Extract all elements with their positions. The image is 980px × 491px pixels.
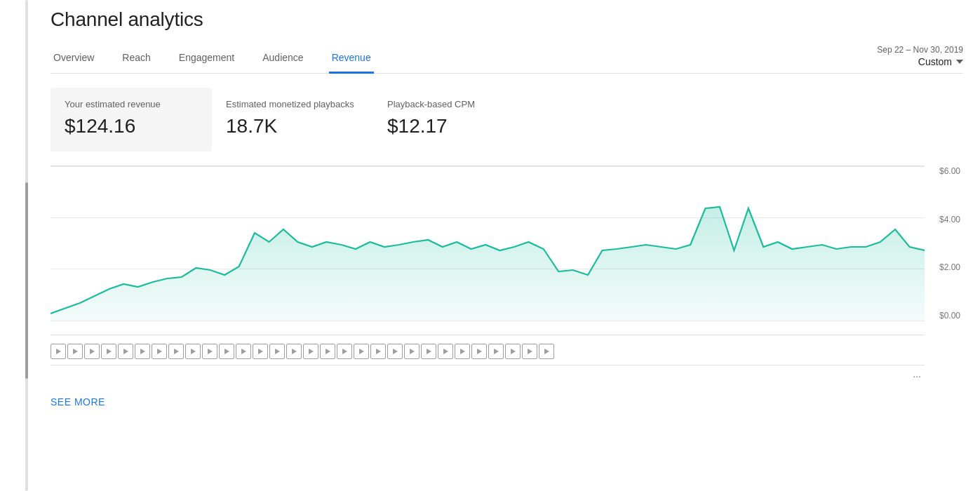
stat-label-cpm: Playback-based CPM [387,99,521,109]
svg-marker-24 [460,349,465,354]
stat-value-cpm: $12.17 [387,115,521,137]
video-play-icon[interactable] [236,344,251,359]
stat-card-playbacks: Estimated monetized playbacks 18.7K [212,88,373,152]
video-play-icon[interactable] [152,344,167,359]
ellipsis-row: ... [51,368,921,379]
date-range-selector[interactable]: Sep 22 – Nov 30, 2019 Custom [877,45,963,73]
main-content: Channel analytics Overview Reach Engagem… [34,0,980,491]
chart-bottom-line [51,335,925,335]
y-label-4: $4.00 [928,215,963,224]
video-play-icon[interactable] [438,344,453,359]
sidebar-scroll [0,0,34,491]
svg-marker-28 [528,349,532,354]
svg-marker-2 [90,349,95,354]
svg-marker-13 [275,349,280,354]
tab-audience[interactable]: Audience [260,46,306,74]
svg-marker-27 [511,349,516,354]
svg-marker-19 [376,349,381,354]
video-play-icon[interactable] [286,344,302,359]
svg-marker-10 [224,349,229,354]
chart-bottom-line-2 [51,365,925,365]
video-play-icon[interactable] [455,344,470,359]
stats-row: Your estimated revenue $124.16 Estimated… [51,88,963,152]
video-play-icon[interactable] [370,344,386,359]
date-range-value: Custom [918,56,963,67]
svg-marker-1 [73,349,78,354]
tab-engagement[interactable]: Engagement [176,46,237,74]
stat-card-revenue: Your estimated revenue $124.16 [51,88,212,152]
svg-marker-16 [325,349,330,354]
chart-area: $6.00 $4.00 $2.00 $0.00 [51,166,963,335]
stat-label-playbacks: Estimated monetized playbacks [226,99,359,109]
tab-revenue[interactable]: Revenue [329,46,374,74]
video-play-icon[interactable] [101,344,116,359]
video-play-icon[interactable] [471,344,487,359]
stat-label-revenue: Your estimated revenue [65,99,198,109]
video-icons-row [51,338,925,365]
svg-marker-14 [292,349,297,354]
video-play-icon[interactable] [505,344,521,359]
page-title: Channel analytics [51,8,963,31]
chart-svg [51,166,925,321]
svg-marker-11 [241,349,246,354]
stat-value-revenue: $124.16 [65,115,198,137]
svg-marker-26 [494,349,499,354]
video-play-icon[interactable] [269,344,285,359]
svg-marker-23 [443,349,448,354]
video-play-icon[interactable] [135,344,150,359]
video-play-icon[interactable] [118,344,133,359]
chevron-down-icon [956,60,963,64]
svg-marker-29 [544,349,549,354]
svg-marker-22 [427,349,431,354]
svg-marker-25 [477,349,482,354]
video-play-icon[interactable] [253,344,268,359]
y-label-6: $6.00 [928,166,963,176]
video-play-icon[interactable] [539,344,554,359]
video-play-icon[interactable] [51,344,66,359]
video-play-icon[interactable] [421,344,436,359]
video-play-icon[interactable] [404,344,419,359]
video-play-icon[interactable] [354,344,369,359]
svg-marker-18 [359,349,364,354]
tab-overview[interactable]: Overview [51,46,97,74]
chart-svg-wrapper [51,166,925,321]
scroll-thumb[interactable] [25,182,28,379]
video-play-icon[interactable] [488,344,504,359]
video-play-icon[interactable] [67,344,83,359]
y-axis: $6.00 $4.00 $2.00 $0.00 [928,166,963,335]
svg-marker-8 [191,349,196,354]
svg-marker-7 [174,349,179,354]
svg-marker-17 [342,349,347,354]
video-play-icon[interactable] [303,344,318,359]
grid-line-0 [51,321,925,321]
video-play-icon[interactable] [202,344,217,359]
svg-marker-4 [123,349,128,354]
video-play-icon[interactable] [387,344,403,359]
svg-marker-12 [258,349,263,354]
stat-card-cpm: Playback-based CPM $12.17 [373,88,535,152]
svg-marker-5 [140,349,145,354]
page-wrapper: Channel analytics Overview Reach Engagem… [0,0,980,491]
tabs-row: Overview Reach Engagement Audience Reven… [51,45,963,74]
video-play-icon[interactable] [219,344,234,359]
video-play-icon[interactable] [84,344,100,359]
see-more-link[interactable]: SEE MORE [51,396,105,408]
video-play-icon[interactable] [185,344,201,359]
svg-marker-0 [56,349,61,354]
video-play-icon[interactable] [320,344,335,359]
video-play-icon[interactable] [522,344,537,359]
y-label-0: $0.00 [928,311,963,321]
date-range-label: Sep 22 – Nov 30, 2019 [877,45,963,55]
svg-marker-9 [208,349,213,354]
video-play-icon[interactable] [168,344,184,359]
svg-marker-15 [309,349,314,354]
stat-value-playbacks: 18.7K [226,115,359,137]
video-play-icon[interactable] [337,344,352,359]
svg-marker-21 [410,349,415,354]
y-label-2: $2.00 [928,262,963,272]
date-range-text: Custom [918,56,952,67]
svg-marker-20 [393,349,398,354]
svg-marker-6 [157,349,162,354]
chart-container: $6.00 $4.00 $2.00 $0.00 [51,166,963,379]
tab-reach[interactable]: Reach [119,46,153,74]
